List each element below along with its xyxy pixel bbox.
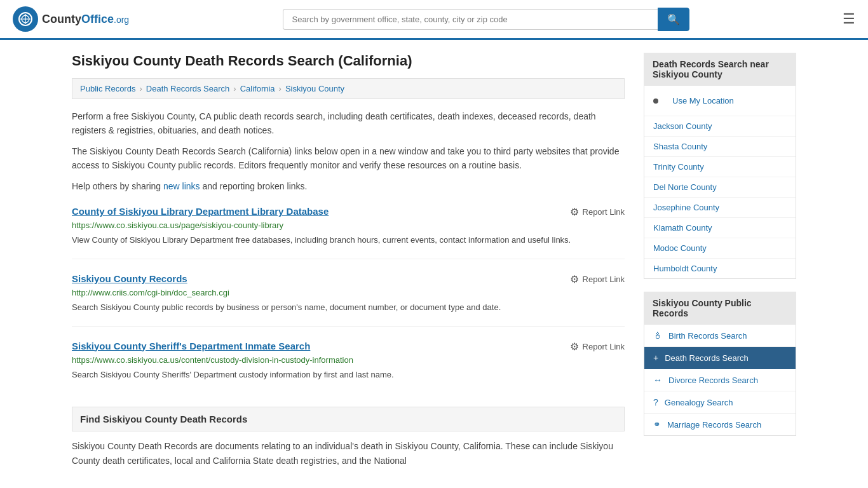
report-label-3: Report Link xyxy=(583,342,625,351)
result-header-1: County of Siskiyou Library Department Li… xyxy=(72,206,625,218)
list-item: Humboldt County xyxy=(644,259,796,278)
site-header: CountyOffice.org 🔍 ☰ xyxy=(0,0,868,40)
intro-paragraph-2: The Siskiyou County Death Records Search… xyxy=(72,144,625,173)
hamburger-menu[interactable]: ☰ xyxy=(843,11,855,27)
results-list: County of Siskiyou Library Department Li… xyxy=(72,206,625,393)
report-label-2: Report Link xyxy=(583,274,625,284)
result-desc-3: Search Siskiyou County Sheriffs' Departm… xyxy=(72,369,625,382)
use-location-item: Use My Location xyxy=(644,86,796,116)
logo: CountyOffice.org xyxy=(13,6,129,32)
pub-record-birth-label: Birth Records Search xyxy=(668,331,747,341)
find-section: Find Siskiyou County Death Records Siski… xyxy=(72,407,625,468)
list-item: Trinity County xyxy=(644,157,796,177)
result-url-3: https://www.co.siskiyou.ca.us/content/cu… xyxy=(72,355,625,365)
list-item-active: + Death Records Search xyxy=(644,347,796,369)
result-title-3[interactable]: Siskiyou County Sheriff's Department Inm… xyxy=(72,341,310,351)
content-area: Siskiyou County Death Records Search (Ca… xyxy=(72,53,625,468)
nearby-list: Use My Location Jackson County Shasta Co… xyxy=(644,86,796,279)
pub-record-birth[interactable]: 🕯 Birth Records Search xyxy=(644,325,796,346)
pub-record-marriage[interactable]: ⚭ Marriage Records Search xyxy=(644,414,796,435)
marriage-icon: ⚭ xyxy=(653,419,661,430)
list-item: ? Genealogy Search xyxy=(644,391,796,414)
report-link-2[interactable]: ⚙ Report Link xyxy=(570,273,625,285)
genealogy-icon: ? xyxy=(653,397,658,407)
result-url-1: https://www.co.siskiyou.ca.us/page/siski… xyxy=(72,220,625,230)
intro-paragraph-1: Perform a free Siskiyou County, CA publi… xyxy=(72,109,625,138)
breadcrumb-death-records[interactable]: Death Records Search xyxy=(146,84,230,93)
public-records-title: Siskiyou County Public Records xyxy=(644,292,796,325)
result-title-1[interactable]: County of Siskiyou Library Department Li… xyxy=(72,206,329,217)
list-item: Del Norte County xyxy=(644,177,796,198)
breadcrumb: Public Records › Death Records Search › … xyxy=(72,78,625,99)
report-label-1: Report Link xyxy=(583,207,625,217)
pub-record-genealogy-label: Genealogy Search xyxy=(665,398,733,407)
pub-record-divorce[interactable]: ↔ Divorce Records Search xyxy=(644,369,796,391)
list-item: ⚭ Marriage Records Search xyxy=(644,414,796,435)
nearby-county-trinity[interactable]: Trinity County xyxy=(644,157,796,177)
report-icon-3: ⚙ xyxy=(570,341,579,353)
nearby-county-jackson[interactable]: Jackson County xyxy=(644,116,796,136)
pub-record-death-label: Death Records Search xyxy=(665,353,749,363)
nearby-county-klamath[interactable]: Klamath County xyxy=(644,218,796,238)
nearby-county-humboldt[interactable]: Humboldt County xyxy=(644,259,796,278)
use-location-link[interactable]: Use My Location xyxy=(663,91,743,111)
result-url-2: http://www.criis.com/cgi-bin/doc_search.… xyxy=(72,288,625,297)
nearby-section: Death Records Search near Siskiyou Count… xyxy=(644,53,796,279)
pub-record-genealogy[interactable]: ? Genealogy Search xyxy=(644,391,796,413)
search-button[interactable]: 🔍 xyxy=(658,8,689,31)
result-desc-1: View County of Siskiyou Library Departme… xyxy=(72,234,625,247)
result-desc-2: Search Siskiyou County public records by… xyxy=(72,301,625,315)
result-header-2: Siskiyou County Records ⚙ Report Link xyxy=(72,273,625,285)
birth-icon: 🕯 xyxy=(653,330,662,341)
main-container: Siskiyou County Death Records Search (Ca… xyxy=(53,40,815,480)
result-item-2: Siskiyou County Records ⚙ Report Link ht… xyxy=(72,273,625,327)
result-header-3: Siskiyou County Sheriff's Department Inm… xyxy=(72,341,625,353)
location-icon xyxy=(653,98,658,104)
new-links-link[interactable]: new links xyxy=(163,181,200,191)
divorce-icon: ↔ xyxy=(653,375,662,385)
list-item: ↔ Divorce Records Search xyxy=(644,369,796,391)
result-item-3: Siskiyou County Sheriff's Department Inm… xyxy=(72,341,625,393)
list-item: 🕯 Birth Records Search xyxy=(644,325,796,347)
pub-record-divorce-label: Divorce Records Search xyxy=(668,376,758,385)
sidebar: Death Records Search near Siskiyou Count… xyxy=(644,53,796,468)
report-icon-2: ⚙ xyxy=(570,273,579,285)
logo-icon xyxy=(13,6,38,32)
nearby-county-josephine[interactable]: Josephine County xyxy=(644,198,796,217)
death-icon: + xyxy=(653,353,658,363)
list-item: Modoc County xyxy=(644,238,796,259)
public-records-list: 🕯 Birth Records Search + Death Records S… xyxy=(644,325,796,436)
nearby-title: Death Records Search near Siskiyou Count… xyxy=(644,53,796,86)
pub-record-marriage-label: Marriage Records Search xyxy=(667,420,761,430)
result-title-2[interactable]: Siskiyou County Records xyxy=(72,273,187,284)
sharing-text: Help others by sharing new links and rep… xyxy=(72,179,625,193)
breadcrumb-public-records[interactable]: Public Records xyxy=(80,84,135,93)
result-item-1: County of Siskiyou Library Department Li… xyxy=(72,206,625,259)
logo-text: CountyOffice.org xyxy=(42,13,129,26)
nearby-county-modoc[interactable]: Modoc County xyxy=(644,238,796,258)
find-section-header: Find Siskiyou County Death Records xyxy=(72,407,625,431)
page-title: Siskiyou County Death Records Search (Ca… xyxy=(72,53,625,69)
list-item: Klamath County xyxy=(644,218,796,238)
find-section-text: Siskiyou County Death Records are docume… xyxy=(72,439,625,468)
list-item: Shasta County xyxy=(644,137,796,157)
report-link-3[interactable]: ⚙ Report Link xyxy=(570,341,625,353)
list-item: Josephine County xyxy=(644,198,796,218)
list-item: Jackson County xyxy=(644,116,796,137)
nearby-county-del-norte[interactable]: Del Norte County xyxy=(644,177,796,197)
breadcrumb-siskiyou[interactable]: Siskiyou County xyxy=(285,84,344,93)
public-records-section: Siskiyou County Public Records 🕯 Birth R… xyxy=(644,292,796,436)
nearby-county-shasta[interactable]: Shasta County xyxy=(644,137,796,156)
pub-record-death[interactable]: + Death Records Search xyxy=(644,347,796,369)
search-input[interactable] xyxy=(283,9,658,30)
report-link-1[interactable]: ⚙ Report Link xyxy=(570,206,625,218)
breadcrumb-california[interactable]: California xyxy=(240,84,275,93)
report-icon-1: ⚙ xyxy=(570,206,579,218)
search-bar: 🔍 xyxy=(283,8,689,31)
